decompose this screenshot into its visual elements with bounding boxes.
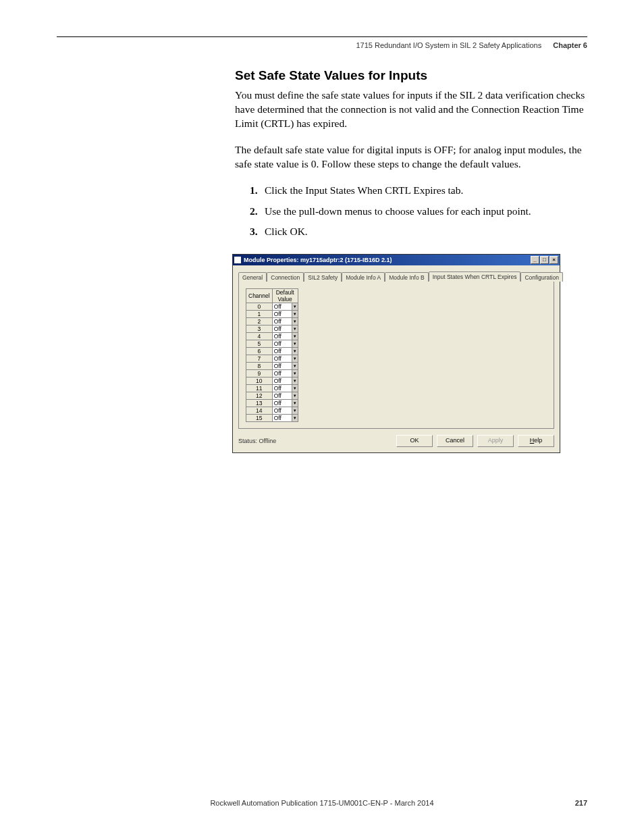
dialog-title: Module Properties: my1715adptr:2 (1715-I… bbox=[244, 257, 531, 263]
chevron-down-icon: ▼ bbox=[292, 355, 298, 362]
tab-input-states-crtl[interactable]: Input States When CRTL Expires bbox=[429, 271, 521, 282]
value-dropdown[interactable]: Off▼ bbox=[272, 370, 298, 377]
step-3: 3.Click OK. bbox=[250, 225, 587, 239]
col-channel: Channel bbox=[246, 289, 273, 303]
intro-paragraph-2: The default safe state value for digital… bbox=[235, 143, 587, 172]
tab-content: Channel Default Value 0Off▼ 1Off▼ 2Off▼ … bbox=[238, 282, 554, 429]
value-dropdown[interactable]: Off▼ bbox=[272, 303, 298, 311]
ok-button[interactable]: OK bbox=[396, 435, 433, 447]
dialog-titlebar: Module Properties: my1715adptr:2 (1715-I… bbox=[233, 255, 560, 265]
value-dropdown[interactable]: Off▼ bbox=[272, 407, 298, 415]
table-row: 10Off▼ bbox=[246, 377, 298, 385]
table-row: 4Off▼ bbox=[246, 333, 298, 340]
chevron-down-icon: ▼ bbox=[292, 407, 298, 414]
table-row: 5Off▼ bbox=[246, 340, 298, 348]
table-row: 6Off▼ bbox=[246, 348, 298, 355]
close-button[interactable]: × bbox=[549, 256, 558, 264]
apply-button[interactable]: Apply bbox=[477, 435, 514, 447]
value-dropdown[interactable]: Off▼ bbox=[272, 340, 298, 348]
section-heading: Set Safe State Values for Inputs bbox=[235, 68, 587, 83]
table-row: 8Off▼ bbox=[246, 363, 298, 370]
chevron-down-icon: ▼ bbox=[292, 318, 298, 325]
chevron-down-icon: ▼ bbox=[292, 392, 298, 399]
cancel-button[interactable]: Cancel bbox=[437, 435, 473, 447]
intro-paragraph-1: You must define the safe state values fo… bbox=[235, 88, 587, 131]
value-dropdown[interactable]: Off▼ bbox=[272, 363, 298, 370]
publication-info: Rockwell Automation Publication 1715-UM0… bbox=[210, 799, 433, 807]
page-footer: Rockwell Automation Publication 1715-UM0… bbox=[57, 799, 587, 807]
table-row: 15Off▼ bbox=[246, 415, 298, 422]
header-chapter: Chapter 6 bbox=[553, 41, 587, 49]
app-icon bbox=[234, 257, 241, 263]
table-row: 13Off▼ bbox=[246, 400, 298, 407]
table-row: 12Off▼ bbox=[246, 392, 298, 400]
chevron-down-icon: ▼ bbox=[292, 303, 298, 310]
channel-table: Channel Default Value 0Off▼ 1Off▼ 2Off▼ … bbox=[246, 288, 298, 422]
chevron-down-icon: ▼ bbox=[292, 400, 298, 407]
chevron-down-icon: ▼ bbox=[292, 311, 298, 317]
help-button[interactable]: Help bbox=[518, 435, 554, 447]
tab-configuration[interactable]: Configuration bbox=[520, 272, 563, 282]
table-row: 14Off▼ bbox=[246, 407, 298, 415]
table-row: 2Off▼ bbox=[246, 318, 298, 325]
steps-list: 1.Click the Input States When CRTL Expir… bbox=[250, 184, 587, 240]
chevron-down-icon: ▼ bbox=[292, 385, 298, 392]
value-dropdown[interactable]: Off▼ bbox=[272, 311, 298, 318]
col-default-value: Default Value bbox=[272, 289, 298, 303]
tab-sil2-safety[interactable]: SIL2 Safety bbox=[304, 272, 342, 282]
module-properties-dialog: Module Properties: my1715adptr:2 (1715-I… bbox=[232, 254, 560, 453]
table-row: 9Off▼ bbox=[246, 370, 298, 377]
chevron-down-icon: ▼ bbox=[292, 415, 298, 421]
step-2: 2.Use the pull-down menus to choose valu… bbox=[250, 205, 587, 219]
value-dropdown[interactable]: Off▼ bbox=[272, 400, 298, 407]
chevron-down-icon: ▼ bbox=[292, 325, 298, 332]
table-row: 3Off▼ bbox=[246, 325, 298, 333]
tab-bar: General Connection SIL2 Safety Module In… bbox=[238, 271, 554, 282]
header-title: 1715 Redundant I/O System in SIL 2 Safet… bbox=[356, 41, 541, 49]
value-dropdown[interactable]: Off▼ bbox=[272, 355, 298, 363]
minimize-button[interactable]: _ bbox=[531, 256, 539, 264]
table-row: 1Off▼ bbox=[246, 311, 298, 318]
value-dropdown[interactable]: Off▼ bbox=[272, 333, 298, 340]
tab-connection[interactable]: Connection bbox=[267, 272, 304, 282]
chevron-down-icon: ▼ bbox=[292, 333, 298, 340]
value-dropdown[interactable]: Off▼ bbox=[272, 377, 298, 385]
chevron-down-icon: ▼ bbox=[292, 363, 298, 369]
status-text: Status: Offline bbox=[238, 438, 392, 444]
chevron-down-icon: ▼ bbox=[292, 348, 298, 355]
table-row: 7Off▼ bbox=[246, 355, 298, 363]
tab-module-info-a[interactable]: Module Info A bbox=[342, 272, 385, 282]
tab-module-info-b[interactable]: Module Info B bbox=[385, 272, 428, 282]
value-dropdown[interactable]: Off▼ bbox=[272, 325, 298, 333]
tab-general[interactable]: General bbox=[238, 272, 267, 282]
value-dropdown[interactable]: Off▼ bbox=[272, 415, 298, 422]
maximize-button[interactable]: □ bbox=[540, 256, 549, 264]
step-1: 1.Click the Input States When CRTL Expir… bbox=[250, 184, 587, 198]
table-row: 0Off▼ bbox=[246, 303, 298, 311]
value-dropdown[interactable]: Off▼ bbox=[272, 392, 298, 400]
value-dropdown[interactable]: Off▼ bbox=[272, 385, 298, 392]
chevron-down-icon: ▼ bbox=[292, 370, 298, 377]
chevron-down-icon: ▼ bbox=[292, 340, 298, 347]
table-row: 11Off▼ bbox=[246, 385, 298, 392]
value-dropdown[interactable]: Off▼ bbox=[272, 318, 298, 325]
running-header: 1715 Redundant I/O System in SIL 2 Safet… bbox=[57, 41, 587, 49]
page-number: 217 bbox=[575, 799, 587, 807]
chevron-down-icon: ▼ bbox=[292, 377, 298, 384]
value-dropdown[interactable]: Off▼ bbox=[272, 348, 298, 355]
